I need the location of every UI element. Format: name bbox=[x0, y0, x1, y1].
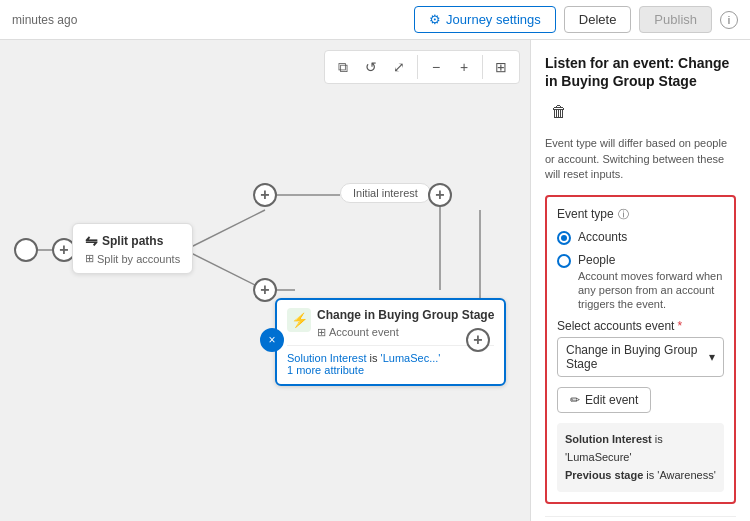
add-node-button-top[interactable]: + bbox=[253, 183, 277, 207]
event-lightning-icon: ⚡ bbox=[287, 308, 311, 332]
top-bar-actions: ⚙ Journey settings Delete Publish i bbox=[414, 6, 738, 33]
accounts-radio[interactable] bbox=[557, 231, 571, 245]
edit-event-button[interactable]: ✏ Edit event bbox=[557, 387, 651, 413]
copy-canvas-button[interactable]: ⧉ bbox=[331, 55, 355, 79]
attr-line-1: Solution Interest is 'LumaSecure' bbox=[565, 431, 716, 466]
event-header: ⚡ Change in Buying Group Stage ⊞ Account… bbox=[287, 308, 494, 339]
canvas-toolbar: ⧉ ↺ ⤢ − + ⊞ bbox=[324, 50, 520, 84]
delete-button[interactable]: Delete bbox=[564, 6, 632, 33]
event-more-attrs: 1 more attribute bbox=[287, 364, 494, 376]
label-node: Initial interest bbox=[340, 183, 431, 203]
right-panel: Listen for an event: Change in Buying Gr… bbox=[530, 40, 750, 521]
top-bar: minutes ago ⚙ Journey settings Delete Pu… bbox=[0, 0, 750, 40]
people-radio-option[interactable]: People Account moves forward when any pe… bbox=[557, 253, 724, 312]
add-node-button-label[interactable]: + bbox=[428, 183, 452, 207]
toolbar-divider bbox=[417, 55, 418, 79]
event-node-attrs: Solution Interest is 'LumaSec...' 1 more… bbox=[287, 345, 494, 376]
plus-node-top[interactable]: + bbox=[253, 183, 277, 207]
event-attr-1: Solution Interest is 'LumaSec...' bbox=[287, 352, 494, 364]
event-config-box: Event type ⓘ Accounts People Account mov… bbox=[545, 195, 736, 505]
journey-settings-button[interactable]: ⚙ Journey settings bbox=[414, 6, 556, 33]
split-subtitle: ⊞ Split by accounts bbox=[85, 252, 180, 265]
attribute-box: Solution Interest is 'LumaSecure' Previo… bbox=[557, 423, 724, 492]
zoom-in-button[interactable]: + bbox=[452, 55, 476, 79]
entry-node bbox=[14, 238, 38, 262]
canvas-area[interactable]: ⧉ ↺ ⤢ − + ⊞ bbox=[0, 40, 530, 521]
attr-val-1: LumaSecure bbox=[567, 451, 629, 463]
pencil-icon: ✏ bbox=[570, 393, 580, 407]
plus-node-bottom[interactable]: + bbox=[253, 278, 277, 302]
publish-button[interactable]: Publish bbox=[639, 6, 712, 33]
plus-node-label[interactable]: + bbox=[428, 183, 452, 207]
svg-line-1 bbox=[185, 210, 265, 250]
attr-line-2: Previous stage is 'Awareness' bbox=[565, 467, 716, 485]
timeout-section: Timeout Define the amount of time the Jo… bbox=[545, 516, 736, 521]
toolbar-divider2 bbox=[482, 55, 483, 79]
undo-button[interactable]: ↺ bbox=[359, 55, 383, 79]
panel-title: Listen for an event: Change in Buying Gr… bbox=[545, 54, 736, 90]
accounts-label-wrap: Accounts bbox=[578, 230, 627, 244]
entry-circle bbox=[14, 238, 38, 262]
accounts-event-select[interactable]: Change in Buying Group Stage ▾ bbox=[557, 337, 724, 377]
close-circle[interactable]: × bbox=[260, 328, 284, 352]
grid-toggle-button[interactable]: ⊞ bbox=[489, 55, 513, 79]
select-accounts-event-label: Select accounts event * bbox=[557, 319, 724, 333]
panel-note: Event type will differ based on people o… bbox=[545, 136, 736, 182]
expand-button[interactable]: ⤢ bbox=[387, 55, 411, 79]
event-type-label: Event type ⓘ bbox=[557, 207, 724, 222]
delete-event-button[interactable]: 🗑 bbox=[545, 98, 573, 126]
accounts-radio-option[interactable]: Accounts bbox=[557, 230, 724, 245]
add-node-button-right[interactable]: + bbox=[466, 328, 490, 352]
dropdown-arrow-icon: ▾ bbox=[709, 350, 715, 364]
people-label-wrap: People Account moves forward when any pe… bbox=[578, 253, 724, 312]
gear-icon: ⚙ bbox=[429, 12, 441, 27]
timestamp: minutes ago bbox=[12, 13, 77, 27]
zoom-out-button[interactable]: − bbox=[424, 55, 448, 79]
plus-node-right[interactable]: + bbox=[466, 328, 490, 352]
split-paths-node[interactable]: ⇋ Split paths ⊞ Split by accounts bbox=[72, 223, 193, 274]
add-node-button-bottom[interactable]: + bbox=[253, 278, 277, 302]
attr-val-2: Awareness bbox=[659, 469, 713, 481]
people-radio[interactable] bbox=[557, 254, 571, 268]
event-type-info-icon: ⓘ bbox=[618, 207, 629, 222]
split-title: ⇋ Split paths bbox=[85, 232, 180, 250]
main-content: ⧉ ↺ ⤢ − + ⊞ bbox=[0, 40, 750, 521]
info-icon[interactable]: i bbox=[720, 11, 738, 29]
close-node[interactable]: × bbox=[260, 328, 284, 352]
